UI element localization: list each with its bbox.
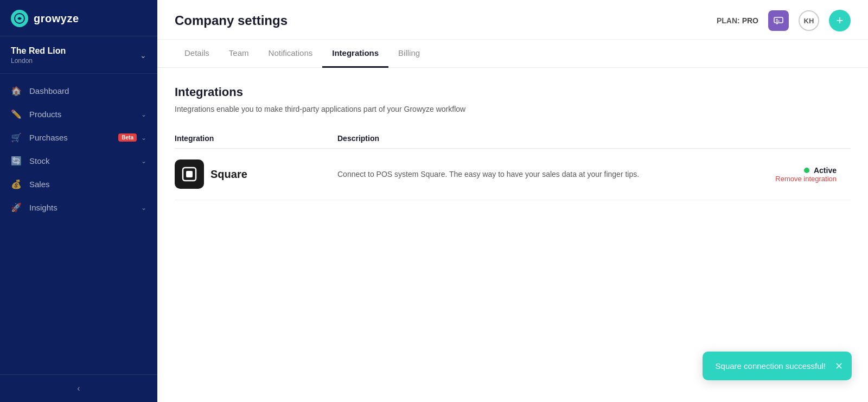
tab-details[interactable]: Details — [175, 40, 219, 68]
beta-badge: Beta — [118, 133, 137, 142]
user-avatar[interactable]: KH — [799, 10, 819, 31]
sidebar-item-label: Stock — [29, 156, 141, 165]
sidebar-item-label: Purchases — [29, 133, 118, 142]
toast-message: Square connection successful! — [716, 361, 826, 371]
sidebar-item-dashboard[interactable]: 🏠 Dashboard — [0, 79, 157, 103]
topbar-right: PLAN: PRO KH + — [717, 10, 851, 31]
integration-status: Active Remove integration — [750, 166, 842, 183]
sidebar-item-label: Dashboard — [29, 86, 146, 95]
page-title: Company settings — [175, 13, 288, 28]
status-active-dot — [804, 168, 809, 173]
plan-badge: PLAN: PRO — [717, 16, 758, 25]
insights-icon: 🚀 — [11, 202, 22, 213]
products-icon: ✏️ — [11, 109, 22, 119]
chevron-down-icon: ⌄ — [141, 134, 146, 142]
integration-status-cell: Active Remove integration — [750, 149, 851, 200]
integration-description-cell: Connect to POS system Square. The easy w… — [337, 149, 750, 200]
sidebar-item-purchases[interactable]: 🛒 Purchases Beta ⌄ — [0, 126, 157, 149]
table-row: Square Connect to POS system Square. The… — [175, 149, 851, 200]
toast-close-button[interactable]: ✕ — [835, 361, 843, 371]
plan-name: PRO — [742, 16, 758, 25]
sidebar-collapse-button[interactable]: ‹ — [77, 384, 80, 393]
chevron-down-icon: ⌄ — [141, 111, 146, 118]
svg-rect-5 — [186, 171, 193, 177]
sidebar-item-label: Products — [29, 110, 141, 119]
sidebar-item-label: Insights — [29, 203, 141, 212]
venue-location: London — [11, 57, 66, 65]
dashboard-icon: 🏠 — [11, 86, 22, 96]
square-logo-icon — [175, 159, 204, 189]
remove-integration-link[interactable]: Remove integration — [775, 175, 837, 183]
sales-icon: 💰 — [11, 179, 22, 189]
sidebar-item-products[interactable]: ✏️ Products ⌄ — [0, 103, 157, 126]
integrations-title: Integrations — [175, 85, 851, 99]
col-header-description: Description — [337, 129, 750, 149]
sidebar-item-insights[interactable]: 🚀 Insights ⌄ — [0, 196, 157, 219]
integration-description: Connect to POS system Square. The easy w… — [337, 170, 639, 178]
tab-notifications[interactable]: Notifications — [259, 40, 323, 68]
chat-button[interactable] — [768, 10, 789, 31]
venue-selector[interactable]: The Red Lion London ⌄ — [0, 36, 157, 74]
purchases-icon: 🛒 — [11, 132, 22, 143]
tab-billing[interactable]: Billing — [388, 40, 430, 68]
app-name: growyze — [34, 12, 79, 25]
content-area: Details Team Notifications Integrations … — [157, 40, 868, 402]
col-header-integration: Integration — [175, 129, 337, 149]
chevron-down-icon: ⌄ — [141, 204, 146, 212]
svg-rect-3 — [776, 21, 780, 22]
integration-logo-cell: Square — [175, 149, 337, 200]
integration-name: Square — [210, 168, 247, 181]
sidebar: growyze The Red Lion London ⌄ 🏠 Dashboar… — [0, 0, 157, 402]
col-header-status — [750, 129, 851, 149]
svg-rect-1 — [774, 17, 783, 23]
main-content: Company settings PLAN: PRO KH + Details — [157, 0, 868, 402]
integrations-description: Integrations enable you to make third-pa… — [175, 105, 851, 113]
sidebar-logo: growyze — [0, 0, 157, 36]
plan-label: PLAN: — [717, 16, 740, 25]
tab-integrations[interactable]: Integrations — [322, 40, 388, 68]
stock-icon: 🔄 — [11, 156, 22, 166]
integrations-section: Integrations Integrations enable you to … — [157, 68, 868, 218]
sidebar-item-label: Sales — [29, 180, 146, 189]
integration-logo: Square — [175, 159, 329, 189]
toast-notification: Square connection successful! ✕ — [703, 352, 852, 380]
logo-icon — [11, 10, 28, 27]
tab-team[interactable]: Team — [219, 40, 259, 68]
add-button[interactable]: + — [829, 10, 851, 31]
integrations-table: Integration Description — [175, 129, 851, 200]
sidebar-nav: 🏠 Dashboard ✏️ Products ⌄ 🛒 Purchases Be… — [0, 74, 157, 374]
svg-rect-2 — [776, 19, 778, 20]
topbar: Company settings PLAN: PRO KH + — [157, 0, 868, 40]
settings-tabs: Details Team Notifications Integrations … — [157, 40, 868, 68]
sidebar-bottom: ‹ — [0, 374, 157, 402]
sidebar-item-sales[interactable]: 💰 Sales — [0, 173, 157, 196]
sidebar-item-stock[interactable]: 🔄 Stock ⌄ — [0, 149, 157, 173]
chevron-down-icon: ⌄ — [141, 157, 146, 165]
status-label: Active — [814, 166, 837, 175]
venue-name: The Red Lion — [11, 46, 66, 56]
venue-chevron-icon: ⌄ — [140, 51, 146, 60]
